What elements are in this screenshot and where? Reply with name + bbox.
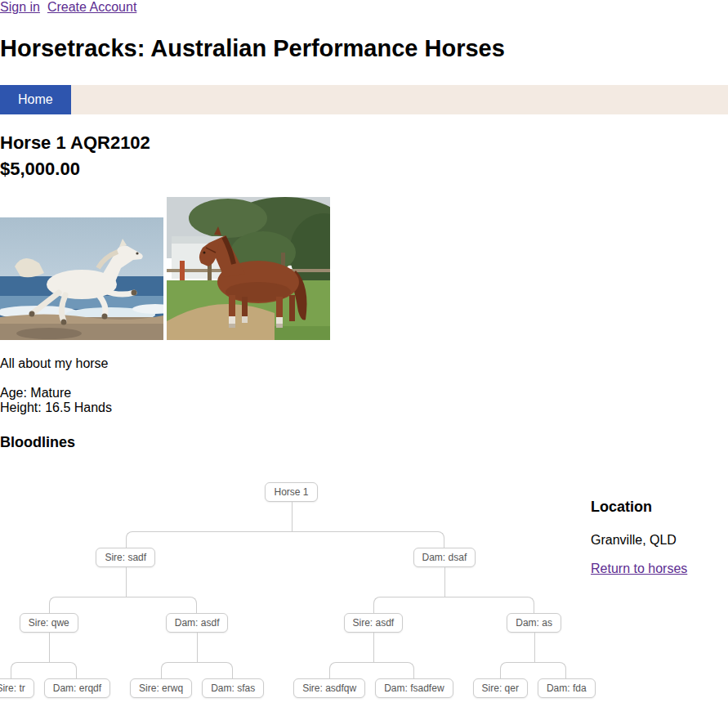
pedigree-node: Sire: tr xyxy=(0,678,34,698)
tree-branch: Sire: asdfSire: asdfqwDam: fsadfew xyxy=(284,597,462,698)
pedigree-node: Dam: erqdf xyxy=(44,678,110,698)
site-title: Horsetracks: Australian Performance Hors… xyxy=(0,35,728,62)
pedigree-node: Dam: fsadfew xyxy=(375,678,453,698)
horse-photo-paddock xyxy=(167,197,330,340)
bloodlines-tree: Horse 1Sire: sadfSire: qweSire: trDam: e… xyxy=(0,482,615,698)
tree-branch: Sire: sadfSire: qweSire: trDam: erqdfDam… xyxy=(0,531,279,698)
pedigree-node: Sire: erwq xyxy=(130,678,192,698)
listing-description: All about my horse xyxy=(0,356,728,371)
listing-age: Age: Mature xyxy=(0,386,71,400)
tree-branch: Dam: sfas xyxy=(197,662,269,698)
tree-branch: Dam: erqdf xyxy=(39,662,115,698)
pedigree-tree-column: Horse 1Sire: sadfSire: qweSire: trDam: e… xyxy=(0,482,583,698)
photo-gallery xyxy=(0,197,728,340)
tree-branch: Horse 1Sire: sadfSire: qweSire: trDam: e… xyxy=(0,482,615,698)
pedigree-node: Dam: dsaf xyxy=(413,548,476,567)
pedigree-node: Sire: qer xyxy=(473,678,528,698)
bloodlines-section: Horse 1Sire: sadfSire: qweSire: trDam: e… xyxy=(0,482,728,698)
tree-branch: Sire: asdfqw xyxy=(288,662,370,698)
tree-branch: Dam: dsafSire: asdfSire: asdfqwDam: fsad… xyxy=(279,531,610,698)
pedigree-node: Dam: asdf xyxy=(166,613,229,633)
tree-branch: Dam: asdfSire: erwqDam: sfas xyxy=(120,597,274,698)
pedigree-node: Sire: asdfqw xyxy=(293,678,365,698)
listing-price: $5,000.00 xyxy=(0,159,728,180)
horse-photo-beach xyxy=(0,217,163,340)
nav-tab-home[interactable]: Home xyxy=(0,85,71,114)
listing-title: Horse 1 AQR2102 xyxy=(0,132,728,154)
tree-branch: Sire: tr xyxy=(0,662,39,698)
pedigree-node: Horse 1 xyxy=(265,482,317,502)
pedigree-node: Sire: qwe xyxy=(20,613,78,633)
pedigree-node: Dam: fda xyxy=(538,678,596,698)
sign-in-link[interactable]: Sign in xyxy=(0,0,40,14)
tree-branch: Dam: fsadfew xyxy=(370,662,458,698)
tree-branch: Dam: fda xyxy=(533,662,601,698)
pedigree-node: Sire: sadf xyxy=(96,548,155,567)
create-account-link[interactable]: Create Account xyxy=(47,0,136,14)
listing-details: Age: Mature Height: 16.5 Hands xyxy=(0,386,728,415)
pedigree-node: Dam: as xyxy=(507,613,561,633)
tree-branch: Sire: erwq xyxy=(125,662,197,698)
main-nav: Home xyxy=(0,85,728,114)
bloodlines-heading: Bloodlines xyxy=(0,434,728,451)
pedigree-node: Sire: asdf xyxy=(344,613,404,633)
tree-branch: Dam: asSire: qerDam: fda xyxy=(463,597,605,698)
listing-height: Height: 16.5 Hands xyxy=(0,401,112,414)
tree-branch: Sire: qer xyxy=(468,662,533,698)
tree-branch: Sire: qweSire: trDam: erqdf xyxy=(0,597,120,698)
auth-links: Sign inCreate Account xyxy=(0,0,728,14)
pedigree-node: Dam: sfas xyxy=(202,678,264,698)
